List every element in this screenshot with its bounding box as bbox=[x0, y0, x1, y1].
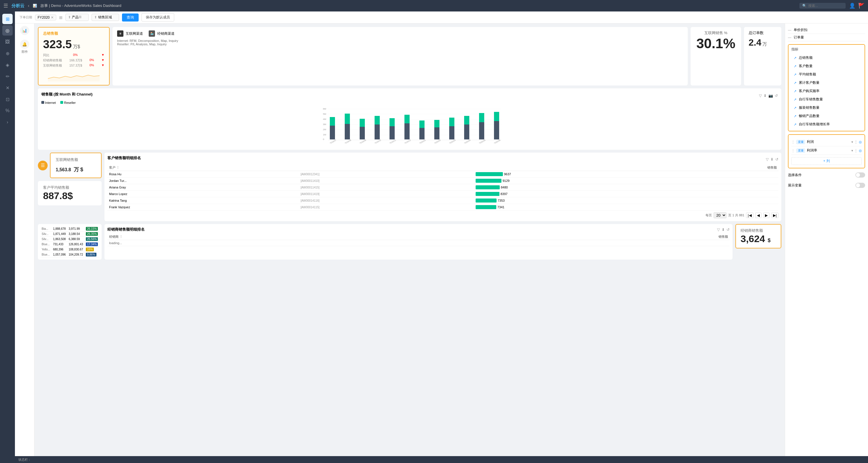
sidebar-pin-icon[interactable]: ◎ bbox=[2, 25, 12, 36]
reseller-download-icon[interactable]: ⬇ bbox=[722, 228, 725, 232]
measure-1-eye[interactable]: ◎ bbox=[859, 140, 862, 144]
sidebar-settings-icon[interactable]: ⊕ bbox=[2, 48, 12, 59]
download-ctrl-icon[interactable]: ⬇ bbox=[764, 94, 767, 98]
indicator-item[interactable]: ↗自行车销售数量 bbox=[792, 95, 862, 104]
drag-handle-2[interactable]: ⋮⋮ bbox=[792, 148, 795, 153]
avg-sales-label: 客户平均销售额 bbox=[43, 185, 96, 190]
refresh-ctrl-icon[interactable]: ↺ bbox=[775, 94, 778, 98]
price-discount-label: 单价折扣 bbox=[794, 28, 807, 32]
sidebar-brush-icon[interactable]: ✏ bbox=[2, 71, 12, 81]
indicator-trend-icon: ↗ bbox=[794, 81, 797, 85]
show-variable-toggle[interactable] bbox=[856, 183, 865, 188]
svg-rect-14 bbox=[330, 126, 335, 139]
table-download-icon[interactable]: ⬇ bbox=[770, 157, 774, 162]
col-menu-icon[interactable]: ⋮ bbox=[116, 166, 119, 169]
prev-page-btn[interactable]: ◀ bbox=[755, 212, 762, 218]
svg-text:2019/10: 2019/10 bbox=[374, 139, 381, 143]
lp-bell-icon[interactable]: 🔔 部件 bbox=[20, 40, 29, 54]
sidebar-layers-icon[interactable]: ◈ bbox=[2, 60, 12, 70]
table-refresh-icon[interactable]: ↺ bbox=[775, 157, 778, 162]
indicator-item[interactable]: ↗平均销售额 bbox=[792, 70, 862, 78]
metrics-row-1: 总销售额 323.5 万$ 同比 0% ▼ 经销 bbox=[38, 27, 781, 86]
indicator-item[interactable]: ↗自行车销售额增长率 bbox=[792, 120, 862, 129]
filter-bar: 下单日期 FY2020 ✕ ⊞ ⬆ 产品 ⊞ ⬆ 销售区域 查询 保存为默认成员 bbox=[15, 11, 868, 24]
measure-profit-rate: ⋮⋮ 度量 利润率 ▾ ⋮ ◎ bbox=[792, 146, 862, 155]
sidebar-left: ⊞ ◎ 🖼 ⊕ ◈ ✏ ✕ ⊡ % › bbox=[0, 11, 15, 463]
indicator-item[interactable]: ↗累计客户数量 bbox=[792, 78, 862, 87]
reseller-big-value: 3,624 $ bbox=[741, 233, 776, 244]
sidebar-grid-icon[interactable]: ⊞ bbox=[2, 14, 12, 24]
filter-tag-close[interactable]: ✕ bbox=[51, 15, 54, 20]
hamburger-button[interactable]: ☰ bbox=[38, 161, 48, 170]
filter-product-select[interactable]: ⬆ 产品 ⊞ bbox=[65, 14, 89, 21]
svg-text:2020/03: 2020/03 bbox=[448, 139, 456, 143]
svg-text:2019/09: 2019/09 bbox=[359, 139, 367, 143]
table-filter-icon[interactable]: ▽ bbox=[766, 157, 769, 162]
measure-2-menu[interactable]: ⋮ bbox=[854, 148, 858, 153]
measure-2-eye[interactable]: ◎ bbox=[859, 148, 862, 153]
indicator-trend-icon: ↗ bbox=[794, 106, 797, 110]
add-column-button[interactable]: + 列 bbox=[792, 157, 862, 165]
menu-icon[interactable]: ☰ bbox=[3, 3, 8, 9]
svg-text:2019/08: 2019/08 bbox=[344, 139, 352, 143]
reseller-icon: 🏪 bbox=[149, 30, 155, 37]
search-icon: 🔍 bbox=[802, 4, 807, 8]
query-button[interactable]: 查询 bbox=[122, 13, 138, 22]
row2: ☰ 互联网销售额 1,563.8 万 $ 客户平均销售额 bbox=[38, 153, 781, 221]
svg-rect-23 bbox=[390, 118, 395, 126]
search-bar[interactable]: 🔍 bbox=[799, 3, 846, 9]
channel-cards: 🖥 互联网渠道 🏪 经销商渠道 bbox=[113, 27, 688, 86]
measure-1-menu[interactable]: ⋮ bbox=[854, 140, 858, 144]
selection-condition-row: 选择条件 bbox=[788, 171, 865, 179]
lp-chart-icon[interactable]: 📊 bbox=[20, 26, 29, 35]
logo-text: 分析云 bbox=[11, 3, 24, 9]
flag-icon[interactable]: 🚩 bbox=[858, 3, 865, 9]
svg-rect-26 bbox=[420, 128, 425, 139]
svg-rect-36 bbox=[494, 121, 499, 139]
top-items-list: — 单价折扣 — 订单量 bbox=[788, 26, 865, 41]
col-id-header bbox=[299, 165, 474, 171]
table-row: Silv... 1,871,449 3,188.54 26.35% bbox=[40, 232, 99, 237]
indicator-item[interactable]: ↗客户购买频率 bbox=[792, 87, 862, 95]
search-input[interactable] bbox=[808, 4, 843, 8]
next-page-btn[interactable]: ▶ bbox=[763, 212, 770, 218]
nav-back-btn[interactable]: ‹ bbox=[28, 3, 29, 8]
filter-ctrl-icon[interactable]: ▽ bbox=[759, 94, 762, 98]
filter-tag-fy2020[interactable]: FY2020 ✕ bbox=[35, 14, 56, 20]
camera-ctrl-icon[interactable]: 📷 bbox=[768, 94, 773, 98]
svg-rect-37 bbox=[494, 112, 499, 121]
measure-1-dropdown[interactable]: ▾ bbox=[851, 140, 853, 144]
filter-icon-1[interactable]: ⊞ bbox=[59, 15, 63, 20]
sidebar-image-icon[interactable]: 🖼 bbox=[2, 37, 12, 47]
total-sales-card: 总销售额 323.5 万$ 同比 0% ▼ 经销 bbox=[38, 27, 110, 86]
avatar-icon[interactable]: 👤 bbox=[849, 3, 856, 9]
total-orders-value: 2.4 bbox=[749, 37, 761, 48]
indicator-item[interactable]: ↗客户数量 bbox=[792, 62, 862, 70]
svg-text:2020/01: 2020/01 bbox=[419, 139, 426, 143]
indicator-label: 自行车销售额增长率 bbox=[799, 122, 830, 127]
first-page-btn[interactable]: |◀ bbox=[746, 212, 753, 218]
sidebar-chevron-icon[interactable]: › bbox=[2, 117, 12, 127]
reseller-table-title: 经销商销售额明细排名 bbox=[107, 227, 145, 232]
sidebar-percent-icon[interactable]: % bbox=[2, 106, 12, 116]
selection-condition-toggle[interactable] bbox=[856, 172, 865, 177]
indicator-item[interactable]: ↗总销售额 bbox=[792, 54, 862, 62]
reseller-filter-icon[interactable]: ▽ bbox=[717, 228, 720, 232]
indicator-item[interactable]: ↗服装销售数量 bbox=[792, 104, 862, 112]
sidebar-cross-icon[interactable]: ✕ bbox=[2, 82, 12, 93]
per-page-select[interactable]: 20 50 bbox=[714, 212, 726, 218]
drag-handle-1[interactable]: ⋮⋮ bbox=[792, 140, 795, 144]
measure-2-dropdown[interactable]: ▾ bbox=[851, 148, 853, 153]
last-page-btn[interactable]: ▶| bbox=[771, 212, 778, 218]
reseller-table: 经销商 ⋮ 销售额 loading... bbox=[107, 234, 730, 246]
measure-profit-label: 利润 bbox=[807, 139, 849, 144]
svg-rect-19 bbox=[360, 119, 365, 127]
sidebar-expand-icon[interactable]: ⊡ bbox=[2, 94, 12, 104]
save-default-button[interactable]: 保存为默认成员 bbox=[142, 13, 174, 22]
reseller-refresh-icon[interactable]: ↺ bbox=[726, 228, 730, 232]
filter-region-select[interactable]: ⬆ 销售区域 bbox=[92, 14, 119, 21]
reseller-col-menu-icon[interactable]: ⋮ bbox=[119, 235, 123, 238]
svg-rect-21 bbox=[375, 116, 380, 125]
filter-date-label: 下单日期 bbox=[20, 15, 32, 20]
indicator-item[interactable]: ↗畅销产品数量 bbox=[792, 112, 862, 120]
